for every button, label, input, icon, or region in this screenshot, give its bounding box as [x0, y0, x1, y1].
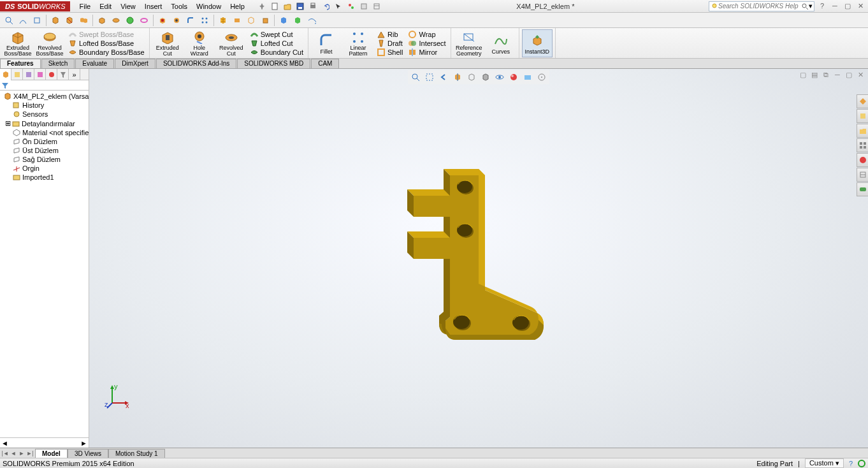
vp-section-icon[interactable]: [451, 71, 464, 83]
qat-hole-icon[interactable]: [170, 14, 183, 27]
bt-last-icon[interactable]: ►|: [26, 450, 34, 457]
revolved-cut-button[interactable]: RevolvedCut: [216, 29, 247, 57]
new-icon[interactable]: [269, 1, 280, 11]
tree-tab-display-icon[interactable]: [46, 69, 57, 80]
swept-boss-button[interactable]: Swept Boss/Base: [66, 30, 147, 39]
bt-first-icon[interactable]: |◄: [1, 450, 9, 457]
bt-prev-icon[interactable]: ◄: [10, 450, 17, 457]
qat-box-icon[interactable]: [231, 14, 243, 27]
fillet-button[interactable]: Fillet: [311, 29, 342, 57]
options-icon[interactable]: [358, 1, 370, 11]
tp-appearances-icon[interactable]: [857, 153, 868, 167]
lofted-boss-button[interactable]: Lofted Boss/Base: [66, 39, 147, 48]
tp-view-palette-icon[interactable]: [857, 138, 868, 152]
vp-vieworient-icon[interactable]: [465, 71, 478, 83]
search-icon[interactable]: [801, 3, 809, 10]
qat-cubewireo-icon[interactable]: [245, 14, 257, 27]
restore-icon[interactable]: ▢: [843, 2, 853, 10]
save-icon[interactable]: [294, 1, 306, 11]
rib-button[interactable]: Rib: [375, 30, 405, 39]
tree-top-plane[interactable]: Üst Düzlem: [1, 146, 87, 155]
tree-sensors[interactable]: Sensors: [1, 110, 87, 119]
tree-scrollbar[interactable]: ◄ ►: [0, 437, 89, 448]
tree-tab-filter2-icon[interactable]: [57, 69, 69, 80]
qat-revolve-icon[interactable]: [110, 14, 122, 27]
pin-icon[interactable]: [256, 1, 268, 11]
menu-window[interactable]: Window: [192, 1, 225, 11]
qat-torus-icon[interactable]: [138, 14, 150, 27]
close-icon[interactable]: ✕: [855, 2, 865, 10]
qat-cube1-icon[interactable]: [49, 14, 62, 27]
qat-cubegreen-icon[interactable]: [291, 14, 304, 27]
tp-forum-icon[interactable]: [857, 182, 868, 196]
qat-curveq-icon[interactable]: [305, 14, 318, 27]
vp-displaystyle-icon[interactable]: [479, 71, 492, 83]
status-units-button[interactable]: Custom ▾: [805, 458, 844, 468]
vp-single-icon[interactable]: ▢: [798, 70, 808, 79]
vp-zoomarea-icon[interactable]: [423, 71, 436, 83]
scroll-left-icon[interactable]: ◄: [1, 439, 8, 447]
mirror-button[interactable]: Mirror: [406, 48, 447, 57]
menu-file[interactable]: File: [75, 1, 94, 11]
menu-insert[interactable]: Insert: [141, 1, 166, 11]
vp-dualh-icon[interactable]: ▤: [809, 70, 820, 79]
tab-dimxpert[interactable]: DimXpert: [115, 59, 156, 68]
undo-icon[interactable]: [320, 1, 331, 11]
qat-cubewire-icon[interactable]: [31, 14, 43, 27]
extruded-boss-button[interactable]: ExtrudedBoss/Base: [3, 29, 33, 57]
rebuild-icon[interactable]: [345, 1, 357, 11]
help-icon[interactable]: ?: [817, 2, 827, 10]
vp-scene-icon[interactable]: [521, 71, 534, 83]
vp-max-icon[interactable]: ▢: [844, 70, 854, 79]
menu-tools[interactable]: Tools: [167, 1, 191, 11]
bottom-tab-model[interactable]: Model: [35, 449, 68, 458]
draft-button[interactable]: Draft: [375, 39, 405, 48]
graphics-viewport[interactable]: ▢ ▤ ⧉ ─ ▢ ✕: [89, 69, 868, 448]
ref-geometry-button[interactable]: ReferenceGeometry: [454, 29, 484, 57]
qat-zoom-icon[interactable]: [3, 14, 15, 27]
tp-file-explorer-icon[interactable]: [857, 124, 868, 138]
qat-filletq-icon[interactable]: [184, 14, 197, 27]
tree-root[interactable]: X4M_PL2_eklem (Varsayılan<<Var: [1, 92, 87, 101]
qat-cubepair-icon[interactable]: [77, 14, 90, 27]
help-search[interactable]: ▾: [709, 1, 814, 11]
qat-cubeblue-icon[interactable]: [277, 14, 290, 27]
tree-tab-more-icon[interactable]: »: [69, 69, 80, 80]
hole-wizard-button[interactable]: HoleWizard: [184, 29, 215, 57]
help-search-input[interactable]: [718, 3, 801, 10]
extruded-cut-button[interactable]: ExtrudedCut: [152, 29, 183, 57]
vp-editappear-icon[interactable]: [507, 71, 520, 83]
scroll-right-icon[interactable]: ►: [80, 439, 87, 447]
search-dd-icon[interactable]: ▾: [809, 2, 813, 10]
status-rebuild-icon[interactable]: [858, 460, 865, 467]
vp-viewsetting-icon[interactable]: [535, 71, 548, 83]
tab-addins[interactable]: SOLIDWORKS Add-Ins: [156, 59, 236, 68]
tab-mbd[interactable]: SOLIDWORKS MBD: [237, 59, 310, 68]
tree-origin[interactable]: Orgin: [1, 164, 87, 173]
status-help-icon[interactable]: ?: [849, 460, 853, 467]
expand-icon[interactable]: ⊞: [5, 119, 10, 128]
intersect-button[interactable]: Intersect: [406, 39, 447, 48]
vp-min-icon[interactable]: ─: [832, 70, 843, 79]
tree-tab-feature-icon[interactable]: [0, 69, 11, 80]
qat-sphere-icon[interactable]: [124, 14, 136, 27]
tree-material[interactable]: Material <not specified>: [1, 128, 87, 137]
tp-custom-props-icon[interactable]: [857, 168, 868, 182]
shell-button[interactable]: Shell: [375, 48, 405, 57]
model-part[interactable]: [383, 156, 574, 360]
tp-resources-icon[interactable]: [857, 94, 868, 108]
tab-cam[interactable]: CAM: [311, 59, 339, 68]
qat-arc-icon[interactable]: [17, 14, 29, 27]
vp-zoomfit-icon[interactable]: [409, 71, 422, 83]
boundary-cut-button[interactable]: Boundary Cut: [248, 48, 305, 57]
tp-design-library-icon[interactable]: [857, 109, 868, 123]
bt-next-icon[interactable]: ►: [18, 450, 25, 457]
curves-button[interactable]: Curves: [486, 29, 516, 57]
options2-icon[interactable]: [371, 1, 382, 11]
minimize-icon[interactable]: ─: [830, 2, 840, 10]
qat-cutex-icon[interactable]: [156, 14, 169, 27]
instant3d-button[interactable]: Instant3D: [522, 29, 553, 57]
swept-cut-button[interactable]: Swept Cut: [248, 30, 305, 39]
tree-filter-bar[interactable]: [0, 80, 89, 91]
tab-features[interactable]: Features: [0, 59, 41, 68]
